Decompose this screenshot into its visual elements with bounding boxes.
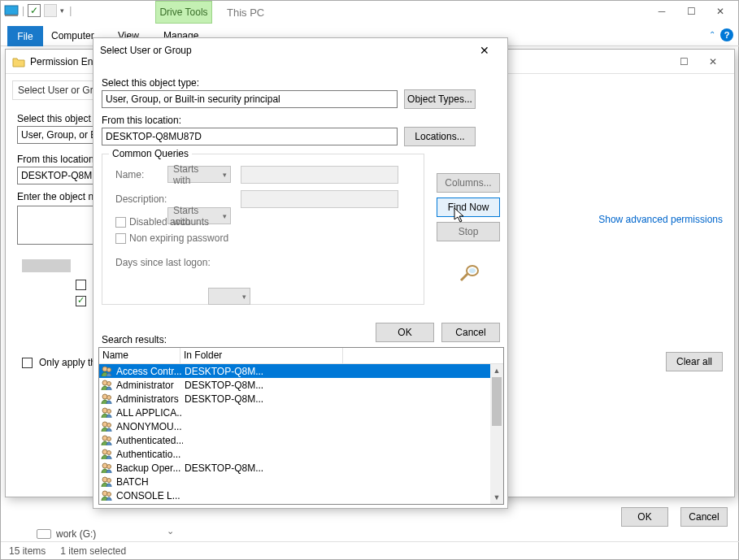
dlg-obj-type-value: User, Group, or Built-in security princi…	[102, 90, 398, 108]
perm-enter-label: Enter the object name	[17, 191, 97, 202]
status-selected: 1 item selected	[60, 545, 126, 557]
svg-point-7	[102, 380, 107, 385]
desc-filter-input[interactable]	[241, 190, 398, 208]
tab-computer[interactable]: Computer	[51, 30, 94, 41]
result-name: ALL APPLICA...	[116, 407, 183, 419]
svg-point-16	[107, 436, 111, 441]
user-group-icon	[101, 366, 114, 377]
content-scroll-chevron[interactable]: ⌄	[167, 526, 174, 536]
minimize-button[interactable]: ─	[647, 2, 676, 20]
name-filter-mode[interactable]: Starts with	[167, 166, 231, 183]
search-icon	[458, 263, 482, 282]
result-name: Administrators	[116, 393, 183, 405]
svg-rect-1	[5, 15, 18, 16]
col-folder-header[interactable]: In Folder	[180, 348, 343, 363]
name-filter-label: Name:	[115, 169, 144, 180]
tab-file[interactable]: File	[7, 26, 43, 46]
svg-point-18	[107, 450, 111, 454]
days-since-label: Days since last logon:	[115, 257, 211, 268]
result-row[interactable]: ALL APPLICA...	[99, 406, 503, 419]
perm-ok-button[interactable]: OK	[621, 507, 668, 527]
svg-point-4	[469, 268, 476, 273]
user-group-icon	[101, 449, 114, 460]
drive-label[interactable]: work (G:)	[56, 528, 96, 540]
dlg-cancel-button[interactable]: Cancel	[441, 323, 500, 342]
maximize-button[interactable]: ☐	[676, 2, 706, 20]
svg-point-14	[107, 423, 111, 427]
disabled-accounts-checkbox[interactable]	[115, 217, 126, 228]
perm-checkbox-r[interactable]: ✓	[76, 296, 86, 306]
svg-point-9	[102, 394, 107, 399]
locations-button[interactable]: Locations...	[404, 127, 476, 146]
result-row[interactable]: Authenticated...	[99, 433, 503, 447]
help-icon[interactable]: ?	[720, 28, 733, 41]
result-name: Administrator	[116, 380, 183, 391]
name-filter-input[interactable]	[241, 166, 398, 184]
search-results-label: Search results:	[102, 334, 167, 345]
user-group-icon	[101, 476, 114, 488]
perm-cancel-button[interactable]: Cancel	[680, 507, 728, 527]
object-types-button[interactable]: Object Types...	[404, 89, 476, 109]
perm-location-label: From this location:	[17, 154, 97, 165]
perm-select-header: Select User or Group	[12, 80, 97, 100]
col-name-header[interactable]: Name	[99, 348, 180, 363]
result-folder: DESKTOP-Q8M...	[183, 462, 263, 474]
ribbon-expand-icon[interactable]: ⌃	[709, 30, 715, 39]
result-name: Access Contr...	[116, 366, 183, 377]
user-group-icon	[101, 462, 114, 474]
user-group-icon	[101, 490, 114, 501]
perm-checkbox-l[interactable]	[76, 280, 86, 290]
svg-point-22	[107, 478, 111, 482]
close-button[interactable]: ✕	[706, 2, 735, 20]
non-expiring-label: Non expiring password	[129, 232, 228, 244]
svg-point-6	[107, 367, 111, 371]
dlg-close-button[interactable]: ✕	[468, 39, 501, 62]
result-row[interactable]: BATCH	[99, 475, 503, 488]
result-row[interactable]: Authenticatio...	[99, 447, 503, 461]
non-expiring-checkbox[interactable]	[115, 233, 126, 244]
user-group-icon	[101, 380, 114, 391]
svg-point-20	[107, 464, 111, 468]
result-name: CONSOLE L...	[116, 490, 183, 501]
result-folder: DESKTOP-Q8M...	[183, 366, 263, 377]
find-now-button[interactable]: Find Now	[437, 198, 500, 217]
perm-close-button[interactable]: ✕	[698, 53, 728, 71]
drive-icon	[37, 529, 51, 539]
stop-button[interactable]: Stop	[437, 222, 500, 241]
days-since-dropdown[interactable]	[208, 288, 250, 305]
result-row[interactable]: CONSOLE L...	[99, 488, 503, 502]
desc-filter-label: Description:	[115, 193, 167, 205]
user-group-icon	[101, 421, 114, 432]
user-group-icon	[101, 407, 114, 419]
result-row[interactable]: AdministratorsDESKTOP-Q8M...	[99, 392, 503, 406]
result-row[interactable]: ANONYMOU...	[99, 419, 503, 433]
result-row[interactable]: Access Contr...DESKTOP-Q8M...	[99, 364, 503, 378]
perm-obj-type-value: User, Group, or Built-in	[17, 126, 97, 144]
results-scrollbar[interactable]: ▲ ▼	[490, 364, 503, 504]
disabled-accounts-label: Disabled accounts	[129, 216, 209, 228]
svg-point-17	[102, 449, 107, 454]
dlg-ok-button[interactable]: OK	[376, 323, 434, 342]
dlg-title: Select User or Group	[100, 45, 192, 56]
clear-all-button[interactable]: Clear all	[666, 352, 723, 371]
drive-tools-context-tab[interactable]: Drive Tools	[155, 1, 212, 24]
status-items: 15 items	[9, 545, 46, 557]
result-name: BATCH	[116, 476, 183, 488]
svg-point-15	[102, 436, 107, 441]
result-folder: DESKTOP-Q8M...	[183, 380, 263, 391]
result-name: Authenticatio...	[116, 449, 183, 460]
result-row[interactable]: AdministratorDESKTOP-Q8M...	[99, 378, 503, 392]
common-queries-label: Common Queries	[109, 148, 192, 159]
svg-point-11	[102, 408, 107, 413]
qat-checkbox-icon[interactable]: ✓	[28, 4, 41, 17]
only-apply-checkbox[interactable]	[22, 358, 33, 368]
qat-dropdown-icon[interactable]: ▾	[60, 7, 64, 15]
show-advanced-link[interactable]: Show advanced permissions	[598, 214, 723, 225]
dlg-location-value: DESKTOP-Q8MU87D	[102, 128, 398, 145]
svg-point-19	[102, 463, 107, 468]
dlg-location-label: From this location:	[102, 115, 181, 126]
qat-paste-icon[interactable]	[44, 4, 57, 17]
result-row[interactable]: Backup Oper...DESKTOP-Q8M...	[99, 461, 503, 475]
perm-maximize-button[interactable]: ☐	[669, 53, 698, 71]
columns-button[interactable]: Columns...	[437, 173, 500, 193]
